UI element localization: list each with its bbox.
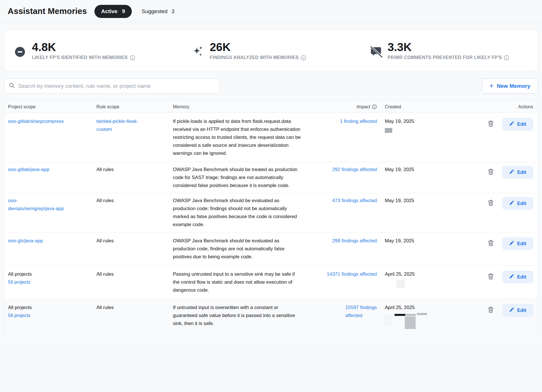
project-count-link[interactable]: 56 projects: [8, 279, 88, 286]
edit-button-label: Edit: [517, 241, 526, 247]
delete-button[interactable]: [487, 167, 495, 177]
delete-button[interactable]: [487, 198, 495, 208]
pencil-icon: [509, 200, 514, 207]
search-input[interactable]: [18, 83, 215, 89]
stat-likely-fps: 4.8K LIKELY FP'S IDENTIFIED WITH MEMORIE…: [4, 30, 182, 71]
edit-button[interactable]: Edit: [502, 304, 533, 317]
comment-slash-icon: [370, 46, 383, 59]
sparkles-icon: [192, 46, 205, 59]
project-scope-link[interactable]: ooo-gitlab/sharpcompress: [8, 117, 65, 125]
stat-value: 4.8K: [32, 41, 135, 53]
redaction-mark: [406, 314, 416, 316]
tab-active-count: 9: [122, 8, 125, 15]
stat-value: 3.3K: [388, 41, 509, 53]
rule-scope-text: All rules: [96, 237, 152, 245]
created-date: May 19, 2025: [385, 119, 414, 124]
pencil-icon: [509, 121, 514, 127]
rule-scope-text: All rules: [96, 304, 152, 312]
table-row: ooo-gitlab/sharpcompress tainted-pickle-…: [4, 113, 538, 162]
info-icon[interactable]: [130, 55, 135, 60]
pencil-icon: [509, 274, 514, 280]
redaction-mark: [385, 128, 392, 133]
impact-link[interactable]: 14371 findings affected: [327, 270, 377, 278]
memory-text: OWASP Java Benchmark should be treated a…: [173, 166, 303, 190]
memory-text: If pickle.loads is applied to data from …: [173, 117, 303, 157]
impact-link[interactable]: 292 findings affected: [332, 166, 377, 174]
plus-icon: +: [490, 82, 494, 89]
delete-button[interactable]: [487, 239, 495, 248]
tab-suggested[interactable]: Suggested 3: [141, 8, 174, 15]
stat-findings-analyzed: 26K FINDINGS ANALYZED WITH MEMORIES: [182, 30, 360, 71]
tab-active[interactable]: Active 9: [94, 5, 132, 18]
edit-button-label: Edit: [517, 121, 526, 127]
edit-button[interactable]: Edit: [502, 271, 533, 283]
memory-text: Passing untrusted input to a sensitive s…: [173, 270, 303, 294]
page-title: Assistant Memories: [8, 7, 87, 16]
project-scope-text: All projects: [8, 304, 65, 312]
column-header-impact: Impact: [357, 104, 370, 109]
impact-link[interactable]: 1 finding affected: [340, 117, 377, 125]
edit-button[interactable]: Edit: [502, 118, 533, 131]
redaction-mark: [405, 316, 416, 329]
info-icon[interactable]: [301, 55, 306, 60]
table-header-row: Project scope Rule scope Memory Impact C…: [4, 101, 538, 113]
search-icon: [9, 82, 15, 90]
memory-text: OWASP Java Benchmark should be evaluated…: [173, 197, 303, 229]
created-date: April 25, 2025: [385, 305, 415, 310]
edit-button[interactable]: Edit: [502, 166, 533, 179]
edit-button-label: Edit: [517, 170, 526, 175]
stat-label: FINDINGS ANALYZED WITH MEMORIES: [210, 55, 299, 60]
created-date: May 19, 2025: [385, 238, 414, 243]
redaction-marks: [385, 313, 448, 330]
info-icon[interactable]: [372, 104, 377, 109]
project-scope-link[interactable]: ooo-gh/java-app: [8, 237, 65, 245]
stat-label: PR/MR COMMENTS PREVENTED FOR LIKELY FP'S: [388, 55, 502, 60]
rule-scope-text: All rules: [96, 270, 152, 278]
pencil-icon: [509, 307, 514, 314]
memory-text: OWASP Java Benchmark should be evaluated…: [173, 237, 303, 261]
toolbar: + New Memory: [4, 78, 538, 94]
edit-button[interactable]: Edit: [502, 237, 533, 250]
rule-scope-link[interactable]: tainted-pickle-flask-custom: [96, 117, 152, 133]
info-icon[interactable]: [504, 55, 509, 60]
impact-link[interactable]: 473 findings affected: [332, 197, 377, 205]
table-row: All projects 56 projects All rules Passi…: [4, 266, 538, 299]
memory-text: If untrusted input is overwritten with a…: [173, 304, 303, 328]
project-count-link[interactable]: 56 projects: [8, 312, 88, 319]
column-header-actions: Actions: [448, 104, 533, 109]
table-row: ooo-devops/semgrep/java-app All rules OW…: [4, 193, 538, 232]
page-header: Assistant Memories Active 9 Suggested 3: [0, 0, 542, 23]
stat-value: 26K: [210, 41, 306, 53]
impact-link[interactable]: 299 findings affected: [332, 237, 377, 245]
delete-button[interactable]: [487, 305, 495, 315]
column-header-project-scope: Project scope: [8, 104, 96, 109]
minus-circle-icon: [14, 46, 27, 59]
memories-table: Project scope Rule scope Memory Impact C…: [4, 101, 538, 335]
delete-button[interactable]: [487, 272, 495, 282]
redaction-mark: [396, 280, 405, 288]
pencil-icon: [509, 169, 514, 176]
project-scope-link[interactable]: ooo-devops/semgrep/java-app: [8, 197, 65, 213]
edit-button-label: Edit: [517, 274, 526, 280]
edit-button[interactable]: Edit: [502, 197, 533, 210]
table-footer-strip: [4, 335, 538, 338]
table-row: ooo-gitlab/java-app All rules OWASP Java…: [4, 162, 538, 193]
search-box[interactable]: [4, 78, 219, 94]
edit-button-label: Edit: [517, 201, 526, 206]
created-date: April 25, 2025: [385, 271, 415, 277]
project-scope-link[interactable]: ooo-gitlab/java-app: [8, 166, 65, 174]
table-row: All projects 56 projects All rules If un…: [4, 299, 538, 335]
new-memory-label: New Memory: [497, 83, 530, 89]
impact-link[interactable]: 15597 findings affected: [345, 304, 377, 320]
tab-suggested-label: Suggested: [141, 8, 167, 15]
redaction-mark: [385, 315, 392, 325]
column-header-memory: Memory: [173, 104, 308, 109]
column-header-created: Created: [377, 104, 448, 109]
new-memory-button[interactable]: + New Memory: [482, 78, 538, 94]
created-date: May 19, 2025: [385, 198, 414, 203]
edit-button-label: Edit: [517, 308, 526, 313]
rule-scope-text: All rules: [96, 166, 152, 174]
pencil-icon: [509, 241, 514, 247]
delete-button[interactable]: [487, 119, 495, 129]
tab-active-label: Active: [101, 8, 118, 15]
